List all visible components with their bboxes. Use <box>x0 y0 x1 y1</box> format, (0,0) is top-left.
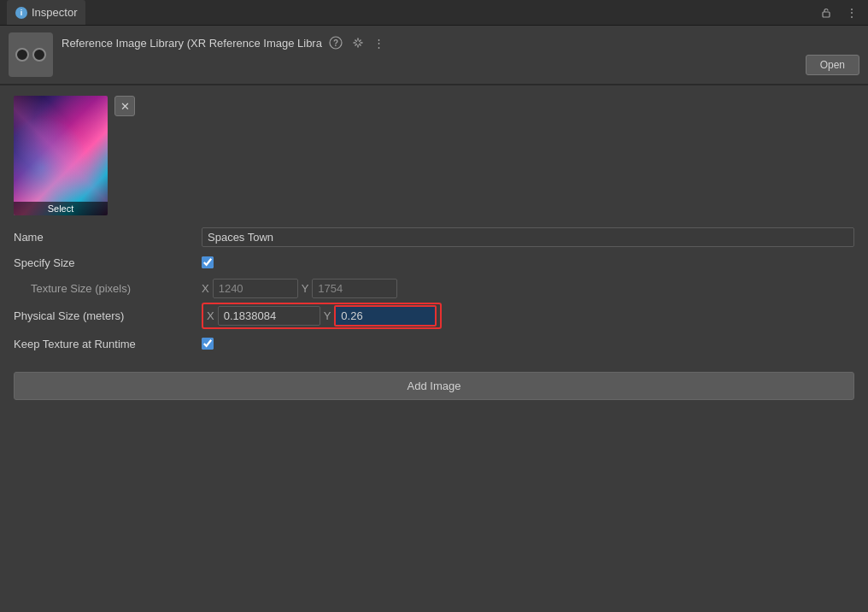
image-preview-row: Select ✕ <box>14 96 854 215</box>
texture-size-row: Texture Size (pixels) X Y <box>14 277 854 299</box>
settings-button[interactable] <box>349 34 367 51</box>
help-button[interactable]: ? <box>327 34 344 51</box>
texture-size-value: X Y <box>202 279 854 298</box>
name-label: Name <box>14 231 202 244</box>
keep-texture-checkbox[interactable] <box>202 338 214 350</box>
physical-x-label: X <box>207 309 214 322</box>
specify-size-checkbox[interactable] <box>202 256 214 268</box>
specify-size-label: Specify Size <box>14 256 202 269</box>
texture-inputs: X Y <box>202 279 397 298</box>
tab-bar-actions: ⋮ <box>817 4 861 21</box>
svg-text:?: ? <box>333 38 338 48</box>
remove-image-button[interactable]: ✕ <box>114 96 135 116</box>
svg-rect-0 <box>823 12 830 17</box>
robot-eyes <box>15 48 46 62</box>
tab-bar: i Inspector ⋮ <box>0 0 868 26</box>
keep-texture-label: Keep Texture at Runtime <box>14 338 202 350</box>
texture-size-label: Texture Size (pixels) <box>14 282 202 295</box>
lock-button[interactable] <box>817 5 836 21</box>
robot-eye-left <box>15 48 29 62</box>
physical-size-value: X Y <box>202 303 854 329</box>
physical-x-input[interactable] <box>218 306 320 326</box>
texture-x-input <box>213 279 298 298</box>
physical-size-row: Physical Size (meters) X Y <box>14 303 854 329</box>
robot-eye-right <box>32 48 46 62</box>
physical-y-input[interactable] <box>334 305 437 327</box>
name-input[interactable] <box>202 227 854 247</box>
asset-title-row: Reference Image Library (XR Reference Im… <box>62 34 859 75</box>
asset-header: Reference Image Library (XR Reference Im… <box>0 26 868 85</box>
header-more-button[interactable]: ⋮ <box>372 35 386 51</box>
open-button[interactable]: Open <box>806 55 859 75</box>
info-icon: i <box>15 7 27 19</box>
physical-y-label: Y <box>324 309 331 322</box>
texture-y-input <box>312 279 397 298</box>
specify-size-value <box>202 256 854 268</box>
inspector-tab[interactable]: i Inspector <box>7 0 85 25</box>
inspector-window: i Inspector ⋮ Refer <box>0 0 868 612</box>
more-options-button[interactable]: ⋮ <box>842 4 861 21</box>
image-thumbnail[interactable]: Select <box>14 96 108 215</box>
texture-x-label: X <box>202 282 209 295</box>
specify-size-row: Specify Size <box>14 251 854 274</box>
physical-size-label: Physical Size (meters) <box>14 309 202 322</box>
select-label: Select <box>14 202 108 215</box>
keep-texture-value <box>202 338 854 350</box>
texture-y-label: Y <box>302 282 309 295</box>
name-value <box>202 227 854 247</box>
asset-title-line: Reference Image Library (XR Reference Im… <box>62 34 859 51</box>
physical-size-inputs: X Y <box>202 303 442 329</box>
add-image-button[interactable]: Add Image <box>14 372 854 400</box>
name-row: Name <box>14 226 854 248</box>
asset-title: Reference Image Library (XR Reference Im… <box>62 37 322 50</box>
tab-label: Inspector <box>32 6 77 19</box>
asset-icon <box>9 32 53 77</box>
content-area: Select ✕ Name Specify Size Texture Size … <box>0 85 868 612</box>
keep-texture-row: Keep Texture at Runtime <box>14 332 854 355</box>
